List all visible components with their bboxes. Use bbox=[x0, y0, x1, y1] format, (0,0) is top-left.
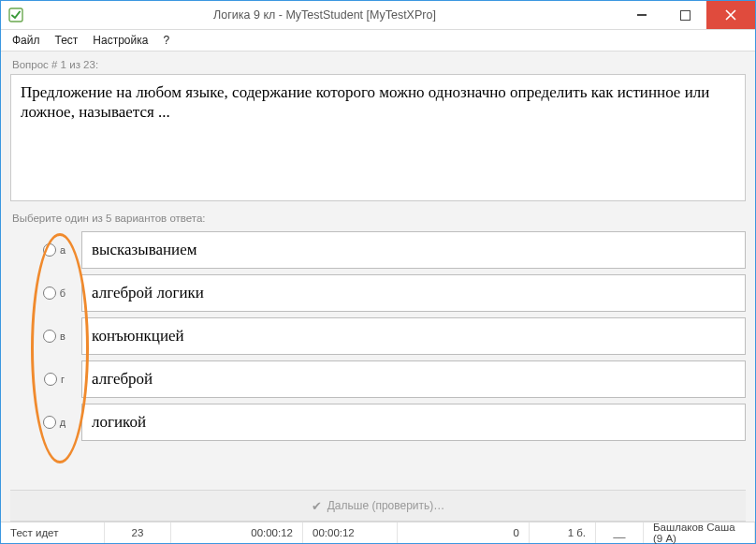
answer-text[interactable]: конъюнкцией bbox=[81, 317, 746, 355]
status-user: Башлаков Саша (9 А) bbox=[644, 522, 755, 543]
menu-help[interactable]: ? bbox=[155, 32, 177, 49]
answer-text[interactable]: алгеброй bbox=[81, 360, 746, 398]
app-window: Логика 9 кл - MyTestStudent [MyTestXPro]… bbox=[0, 0, 756, 544]
answer-text[interactable]: высказыванием bbox=[81, 231, 746, 269]
content-area: Вопрос # 1 из 23: Предложение на любом я… bbox=[1, 51, 755, 522]
radio-icon[interactable] bbox=[43, 287, 56, 300]
answer-text[interactable]: логикой bbox=[81, 404, 746, 441]
answer-letter: б bbox=[60, 287, 65, 299]
status-total: 23 bbox=[105, 522, 171, 543]
menu-settings[interactable]: Настройка bbox=[85, 32, 155, 49]
status-points: 1 б. bbox=[530, 522, 596, 543]
answer-row[interactable]: а высказыванием bbox=[27, 231, 746, 269]
minimize-button[interactable] bbox=[620, 1, 663, 29]
answer-row[interactable]: в конъюнкцией bbox=[27, 317, 746, 355]
close-button[interactable] bbox=[706, 1, 755, 29]
radio-icon[interactable] bbox=[44, 373, 57, 386]
answer-letter: а bbox=[60, 244, 65, 256]
answer-letter: г bbox=[61, 374, 65, 385]
status-time2: 00:00:12 bbox=[303, 522, 398, 543]
answer-letter: д bbox=[60, 417, 65, 428]
radio-icon[interactable] bbox=[43, 330, 56, 343]
window-controls bbox=[620, 1, 755, 29]
answer-letter: в bbox=[60, 331, 65, 342]
svg-rect-0 bbox=[9, 8, 22, 22]
next-button-label: Дальше (проверить)… bbox=[327, 499, 445, 512]
status-running: Тест идет bbox=[1, 522, 105, 543]
question-text: Предложение на любом языке, содержание к… bbox=[10, 74, 746, 201]
statusbar: Тест идет 23 00:00:12 00:00:12 0 1 б. __… bbox=[1, 522, 755, 543]
menubar: Файл Тест Настройка ? bbox=[1, 30, 755, 51]
status-answered: 0 bbox=[398, 522, 530, 543]
window-title: Логика 9 кл - MyTestStudent [MyTestXPro] bbox=[29, 8, 620, 22]
status-elapsed: 00:00:12 bbox=[171, 522, 303, 543]
answer-row[interactable]: г алгеброй bbox=[27, 360, 746, 398]
app-icon bbox=[8, 7, 23, 22]
question-progress-label: Вопрос # 1 из 23: bbox=[12, 59, 746, 70]
menu-test[interactable]: Тест bbox=[48, 32, 86, 49]
status-dash: __ bbox=[596, 522, 644, 543]
answer-text[interactable]: алгеброй логики bbox=[81, 274, 746, 312]
maximize-button[interactable] bbox=[663, 1, 706, 29]
answer-row[interactable]: д логикой bbox=[27, 404, 746, 441]
titlebar: Логика 9 кл - MyTestStudent [MyTestXPro] bbox=[1, 1, 755, 30]
check-icon: ✔ bbox=[312, 499, 322, 513]
next-button[interactable]: ✔ Дальше (проверить)… bbox=[312, 499, 445, 513]
answer-row[interactable]: б алгеброй логики bbox=[27, 274, 746, 312]
action-bar: ✔ Дальше (проверить)… bbox=[10, 490, 746, 522]
menu-file[interactable]: Файл bbox=[5, 32, 48, 49]
radio-icon[interactable] bbox=[43, 416, 56, 429]
radio-icon[interactable] bbox=[43, 243, 56, 257]
answers-prompt: Выберите один из 5 вариантов ответа: bbox=[12, 213, 746, 224]
answers-area: а высказыванием б алгеброй логики в bbox=[10, 231, 746, 447]
